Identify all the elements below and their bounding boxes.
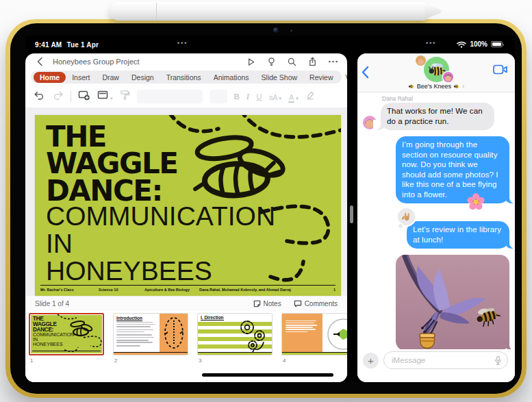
thumbnail-slide-2[interactable]: Introduction [113, 313, 188, 355]
font-size-field [210, 90, 227, 103]
highlight-button [305, 90, 315, 103]
tab-slide-show[interactable]: Slide Show [255, 72, 304, 83]
document-title[interactable]: Honeybees Group Project [53, 58, 140, 66]
group-avatar[interactable] [416, 55, 457, 84]
powerpoint-window: Honeybees Group Project [25, 53, 347, 382]
status-time: 9:41 AM [35, 41, 62, 49]
thumbnail-strip: THEWAGGLEDANCE: COMMUNICATIONINHONEYBEES… [25, 311, 347, 382]
slide-subtitle[interactable]: COMMUNICATION IN HONEYBEES [46, 203, 275, 284]
sender-label: Dana Rahal [382, 95, 509, 102]
love-you-gesture-tapback[interactable] [398, 208, 415, 225]
conversation-area: Dana Rahal That works for me! We can do … [357, 92, 515, 349]
apple-pencil-tip [425, 3, 442, 19]
add-attachment-button[interactable]: + [363, 353, 379, 368]
tab-design[interactable]: Design [125, 72, 160, 83]
imessage-input[interactable]: iMessage [383, 351, 508, 369]
message-row-photo [363, 255, 509, 349]
split-view-drag-handle[interactable] [350, 205, 353, 223]
battery-icon [491, 41, 503, 47]
thumbnail-slide-1[interactable]: THEWAGGLEDANCE: COMMUNICATIONINHONEYBEES [29, 313, 104, 355]
slide-layout-button[interactable]: ▾ [97, 90, 113, 103]
screen: 9:41 AMTue 1 Apr ••• ••• 100% [25, 36, 515, 382]
facetime-button[interactable] [493, 64, 508, 77]
ipad-device: 9:41 AMTue 1 Apr ••• ••• 100% [5, 19, 527, 398]
apple-pencil-seam [156, 3, 157, 20]
comments-button[interactable]: Comments [294, 300, 338, 307]
disclosure-chevron: › [462, 82, 464, 90]
share-button[interactable] [305, 55, 320, 68]
slide-1[interactable]: THE WAGGLE DANCE: COMMUNICATION IN HONEY… [35, 115, 341, 296]
home-ribbon-toolbar: ▾ B I U aA▾ A▾ [25, 85, 347, 108]
tab-transitions[interactable]: Transitions [160, 72, 207, 83]
ribbon-tab-bar: Home Insert Draw Design Transitions Anim… [31, 71, 342, 84]
message-input-bar: + iMessage [357, 349, 515, 382]
tab-draw[interactable]: Draw [96, 72, 125, 83]
front-camera [273, 27, 279, 33]
message-bubble[interactable]: I’m going through the section on resourc… [396, 136, 509, 203]
chevron-down-icon: ▾ [110, 96, 113, 101]
tab-view[interactable]: View [340, 72, 347, 83]
tab-review[interactable]: Review [303, 72, 339, 83]
thumbnail-2-wrap: Introduction [113, 313, 188, 382]
thumb2-title: Introduction [116, 316, 157, 321]
member-avatar [443, 72, 453, 82]
message-bubble[interactable]: That works for me! We can do a practice … [381, 103, 494, 130]
conversation-title[interactable]: Bee's Knees › [357, 82, 515, 90]
ambient-sensor [290, 29, 292, 32]
photo-attachment[interactable] [396, 255, 509, 349]
format-painter-button [120, 90, 130, 103]
flower-blossom-sticker[interactable] [467, 193, 485, 211]
left-window-controls[interactable]: ••• [177, 40, 188, 47]
status-date: Tue 1 Apr [66, 41, 99, 49]
footer-page-number: 1 [333, 288, 335, 292]
ideas-button[interactable] [264, 55, 279, 68]
message-bubble[interactable]: Let’s review in the library at lunch! [407, 221, 509, 249]
back-button[interactable] [361, 66, 369, 81]
font-color-button: A▾ [288, 90, 299, 103]
thumbnail-1-wrap: THEWAGGLEDANCE: COMMUNICATIONINHONEYBEES… [29, 313, 104, 382]
messages-header: Bee's Knees › [357, 53, 515, 92]
more-button[interactable] [325, 55, 340, 68]
apple-pencil-body [110, 2, 426, 21]
message-row-received: That works for me! We can do a practice … [363, 103, 509, 130]
bee-sketch [190, 128, 289, 205]
status-bar: 9:41 AMTue 1 Apr ••• ••• 100% [25, 36, 515, 53]
apple-pencil [110, 2, 442, 21]
redo-button [52, 90, 64, 103]
thumbnail-2-number: 2 [114, 357, 188, 364]
bee-flower-photo [396, 255, 509, 349]
notes-button[interactable]: Notes [253, 300, 281, 307]
input-placeholder: iMessage [392, 356, 494, 364]
tab-animations[interactable]: Animations [207, 72, 255, 83]
message-row-sent: I’m going through the section on resourc… [363, 136, 509, 203]
slide-canvas: THE WAGGLE DANCE: COMMUNICATION IN HONEY… [25, 108, 347, 296]
honey-pot-sticker [420, 334, 435, 349]
slide-footer: Mr. Bachar's Class Science 10 Apiculture… [40, 285, 335, 292]
right-window-controls[interactable]: ••• [426, 40, 436, 47]
present-button[interactable] [243, 55, 258, 68]
change-case-button: aA▾ [269, 90, 281, 103]
search-button[interactable] [284, 55, 299, 68]
home-indicator[interactable] [202, 373, 333, 377]
bold-button: B [234, 92, 240, 101]
slide-title[interactable]: THE WAGGLE DANCE: [46, 123, 177, 204]
status-indicators: 100% [457, 40, 503, 48]
thumbnail-slide-3[interactable]: I. Direction [197, 313, 273, 355]
font-name-field [137, 90, 203, 103]
thumbnail-slide-4[interactable] [281, 313, 347, 355]
dictation-mic-icon[interactable] [494, 355, 502, 366]
tab-home[interactable]: Home [34, 72, 66, 83]
wifi-icon [457, 41, 466, 48]
bee-emoji-icon [408, 83, 415, 90]
toolbar-divider [71, 91, 71, 102]
bee-emoji-icon [453, 83, 460, 90]
back-button[interactable] [32, 55, 47, 68]
underline-button: U [256, 92, 262, 101]
powerpoint-nav-bar: Honeybees Group Project [25, 53, 347, 70]
new-slide-button[interactable] [78, 90, 90, 103]
undo-button[interactable] [34, 90, 45, 103]
clock-and-date: 9:41 AMTue 1 Apr [35, 41, 99, 49]
battery-percent: 100% [470, 40, 487, 48]
tab-insert[interactable]: Insert [66, 72, 96, 83]
ipad-bezel: 9:41 AMTue 1 Apr ••• ••• 100% [10, 23, 522, 394]
